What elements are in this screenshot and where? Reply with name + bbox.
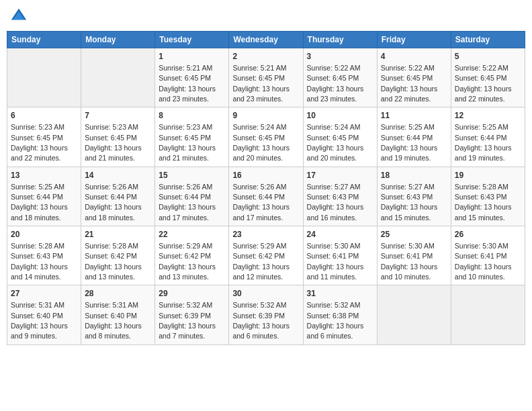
day-info: Sunrise: 5:32 AMSunset: 6:38 PMDaylight:…: [307, 301, 364, 340]
weekday-header-row: SundayMondayTuesdayWednesdayThursdayFrid…: [7, 32, 525, 48]
day-number: 2: [232, 51, 299, 62]
calendar-cell: [377, 285, 451, 345]
calendar-cell: [451, 285, 525, 345]
calendar-cell: 7Sunrise: 5:23 AMSunset: 6:45 PMDaylight…: [81, 107, 155, 167]
day-number: 15: [159, 170, 225, 181]
day-info: Sunrise: 5:28 AMSunset: 6:43 PMDaylight:…: [455, 183, 512, 222]
day-number: 21: [85, 229, 151, 240]
calendar-cell: 11Sunrise: 5:25 AMSunset: 6:44 PMDayligh…: [377, 107, 451, 167]
day-number: 22: [159, 229, 225, 240]
day-info: Sunrise: 5:24 AMSunset: 6:45 PMDaylight:…: [232, 123, 290, 162]
logo-icon: [9, 7, 28, 26]
calendar-cell: 1Sunrise: 5:21 AMSunset: 6:45 PMDaylight…: [155, 48, 229, 107]
calendar-week-5: 27Sunrise: 5:31 AMSunset: 6:40 PMDayligh…: [7, 285, 525, 345]
calendar-cell: 9Sunrise: 5:24 AMSunset: 6:45 PMDaylight…: [229, 107, 303, 167]
calendar-table: SundayMondayTuesdayWednesdayThursdayFrid…: [7, 31, 525, 345]
day-number: 23: [232, 229, 299, 240]
weekday-tuesday: Tuesday: [155, 32, 229, 48]
day-number: 13: [11, 170, 77, 181]
day-info: Sunrise: 5:28 AMSunset: 6:42 PMDaylight:…: [85, 242, 142, 281]
calendar-cell: 13Sunrise: 5:25 AMSunset: 6:44 PMDayligh…: [7, 167, 81, 226]
day-info: Sunrise: 5:21 AMSunset: 6:45 PMDaylight:…: [232, 64, 290, 103]
calendar-cell: 18Sunrise: 5:27 AMSunset: 6:43 PMDayligh…: [377, 167, 451, 226]
weekday-friday: Friday: [377, 32, 451, 48]
calendar-cell: 3Sunrise: 5:22 AMSunset: 6:45 PMDaylight…: [303, 48, 377, 107]
day-info: Sunrise: 5:29 AMSunset: 6:42 PMDaylight:…: [232, 242, 290, 281]
day-number: 24: [307, 229, 373, 240]
calendar-cell: 4Sunrise: 5:22 AMSunset: 6:45 PMDaylight…: [377, 48, 451, 107]
day-number: 18: [381, 170, 447, 181]
calendar-cell: 24Sunrise: 5:30 AMSunset: 6:41 PMDayligh…: [303, 226, 377, 285]
day-info: Sunrise: 5:27 AMSunset: 6:43 PMDaylight:…: [307, 183, 364, 222]
day-info: Sunrise: 5:31 AMSunset: 6:40 PMDaylight:…: [85, 301, 142, 340]
calendar-cell: 6Sunrise: 5:23 AMSunset: 6:45 PMDaylight…: [7, 107, 81, 167]
calendar-header: SundayMondayTuesdayWednesdayThursdayFrid…: [7, 32, 525, 48]
day-info: Sunrise: 5:22 AMSunset: 6:45 PMDaylight:…: [307, 64, 364, 103]
calendar-cell: 31Sunrise: 5:32 AMSunset: 6:38 PMDayligh…: [303, 285, 377, 345]
calendar-week-1: 1Sunrise: 5:21 AMSunset: 6:45 PMDaylight…: [7, 48, 525, 107]
day-info: Sunrise: 5:32 AMSunset: 6:39 PMDaylight:…: [232, 301, 290, 340]
calendar-cell: 28Sunrise: 5:31 AMSunset: 6:40 PMDayligh…: [81, 285, 155, 345]
day-info: Sunrise: 5:23 AMSunset: 6:45 PMDaylight:…: [85, 123, 142, 162]
calendar-cell: 16Sunrise: 5:26 AMSunset: 6:44 PMDayligh…: [229, 167, 303, 226]
day-number: 11: [381, 110, 447, 122]
day-info: Sunrise: 5:21 AMSunset: 6:45 PMDaylight:…: [159, 64, 216, 103]
calendar-week-2: 6Sunrise: 5:23 AMSunset: 6:45 PMDaylight…: [7, 107, 525, 167]
calendar-cell: 27Sunrise: 5:31 AMSunset: 6:40 PMDayligh…: [7, 285, 81, 345]
day-number: 14: [85, 170, 151, 181]
day-info: Sunrise: 5:27 AMSunset: 6:43 PMDaylight:…: [381, 183, 438, 222]
day-info: Sunrise: 5:30 AMSunset: 6:41 PMDaylight:…: [381, 242, 438, 281]
day-number: 29: [159, 288, 225, 300]
day-number: 30: [232, 288, 299, 300]
weekday-wednesday: Wednesday: [229, 32, 303, 48]
weekday-monday: Monday: [81, 32, 155, 48]
day-number: 1: [159, 51, 225, 62]
calendar-cell: 5Sunrise: 5:22 AMSunset: 6:45 PMDaylight…: [451, 48, 525, 107]
weekday-saturday: Saturday: [451, 32, 525, 48]
day-info: Sunrise: 5:23 AMSunset: 6:45 PMDaylight:…: [11, 123, 68, 162]
day-number: 19: [455, 170, 521, 181]
day-number: 16: [232, 170, 299, 181]
day-number: 7: [85, 110, 151, 122]
day-number: 3: [307, 51, 373, 62]
calendar-cell: 23Sunrise: 5:29 AMSunset: 6:42 PMDayligh…: [229, 226, 303, 285]
day-info: Sunrise: 5:32 AMSunset: 6:39 PMDaylight:…: [159, 301, 216, 340]
day-info: Sunrise: 5:28 AMSunset: 6:43 PMDaylight:…: [11, 242, 68, 281]
day-number: 20: [11, 229, 77, 240]
day-number: 10: [307, 110, 373, 122]
calendar-cell: 15Sunrise: 5:26 AMSunset: 6:44 PMDayligh…: [155, 167, 229, 226]
logo: [9, 7, 30, 26]
day-info: Sunrise: 5:22 AMSunset: 6:45 PMDaylight:…: [455, 64, 512, 103]
day-info: Sunrise: 5:26 AMSunset: 6:44 PMDaylight:…: [232, 183, 290, 222]
calendar-body: 1Sunrise: 5:21 AMSunset: 6:45 PMDaylight…: [7, 48, 525, 345]
calendar-cell: 26Sunrise: 5:30 AMSunset: 6:41 PMDayligh…: [451, 226, 525, 285]
day-info: Sunrise: 5:30 AMSunset: 6:41 PMDaylight:…: [455, 242, 512, 281]
day-info: Sunrise: 5:25 AMSunset: 6:44 PMDaylight:…: [455, 123, 512, 162]
day-info: Sunrise: 5:29 AMSunset: 6:42 PMDaylight:…: [159, 242, 216, 281]
weekday-sunday: Sunday: [7, 32, 81, 48]
day-number: 12: [455, 110, 521, 122]
calendar-cell: 2Sunrise: 5:21 AMSunset: 6:45 PMDaylight…: [229, 48, 303, 107]
day-number: 8: [159, 110, 225, 122]
day-number: 26: [455, 229, 521, 240]
day-number: 25: [381, 229, 447, 240]
calendar-cell: 17Sunrise: 5:27 AMSunset: 6:43 PMDayligh…: [303, 167, 377, 226]
calendar-cell: 21Sunrise: 5:28 AMSunset: 6:42 PMDayligh…: [81, 226, 155, 285]
day-info: Sunrise: 5:24 AMSunset: 6:45 PMDaylight:…: [307, 123, 364, 162]
calendar-cell: 29Sunrise: 5:32 AMSunset: 6:39 PMDayligh…: [155, 285, 229, 345]
weekday-thursday: Thursday: [303, 32, 377, 48]
calendar-cell: 30Sunrise: 5:32 AMSunset: 6:39 PMDayligh…: [229, 285, 303, 345]
day-info: Sunrise: 5:25 AMSunset: 6:44 PMDaylight:…: [11, 183, 68, 222]
day-info: Sunrise: 5:31 AMSunset: 6:40 PMDaylight:…: [11, 301, 68, 340]
calendar-cell: 25Sunrise: 5:30 AMSunset: 6:41 PMDayligh…: [377, 226, 451, 285]
day-number: 17: [307, 170, 373, 181]
calendar-week-3: 13Sunrise: 5:25 AMSunset: 6:44 PMDayligh…: [7, 167, 525, 226]
day-number: 9: [232, 110, 299, 122]
calendar-week-4: 20Sunrise: 5:28 AMSunset: 6:43 PMDayligh…: [7, 226, 525, 285]
calendar-cell: [81, 48, 155, 107]
day-info: Sunrise: 5:26 AMSunset: 6:44 PMDaylight:…: [159, 183, 216, 222]
page-header: [7, 7, 525, 26]
day-number: 6: [11, 110, 77, 122]
calendar-cell: 14Sunrise: 5:26 AMSunset: 6:44 PMDayligh…: [81, 167, 155, 226]
day-info: Sunrise: 5:26 AMSunset: 6:44 PMDaylight:…: [85, 183, 142, 222]
